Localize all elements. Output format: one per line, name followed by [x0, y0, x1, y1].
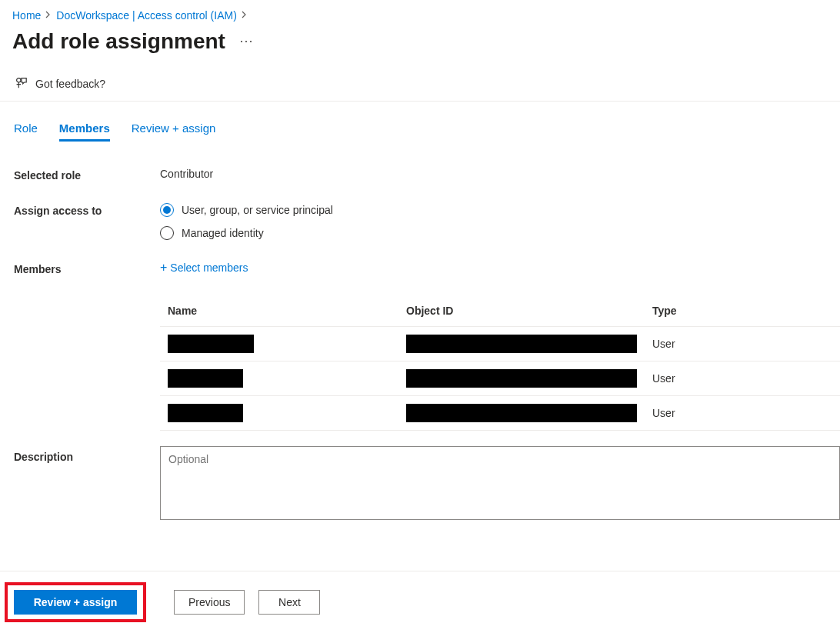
- column-object-id[interactable]: Object ID: [398, 298, 645, 327]
- breadcrumb-workspace[interactable]: DocWorkspace | Access control (IAM): [56, 9, 236, 22]
- members-label: Members: [14, 262, 160, 275]
- plus-icon: +: [160, 262, 167, 274]
- members-table: Name Object ID Type User User User: [160, 298, 840, 431]
- radio-unchecked-icon: [160, 226, 174, 240]
- radio-checked-icon: [160, 203, 174, 217]
- tab-members[interactable]: Members: [59, 122, 110, 142]
- selected-role-label: Selected role: [14, 168, 160, 182]
- radio-label: User, group, or service principal: [182, 204, 333, 216]
- selected-role-value: Contributor: [160, 168, 840, 180]
- more-actions-icon[interactable]: ⋯: [239, 32, 254, 51]
- redacted-name: [168, 335, 254, 353]
- table-row[interactable]: User: [160, 396, 840, 431]
- page-title: Add role assignment: [12, 29, 225, 54]
- column-type[interactable]: Type: [645, 298, 840, 327]
- breadcrumb: Home DocWorkspace | Access control (IAM): [0, 0, 840, 25]
- table-row[interactable]: User: [160, 327, 840, 361]
- description-label: Description: [14, 446, 160, 463]
- tabs: Role Members Review + assign: [0, 102, 840, 148]
- table-row[interactable]: User: [160, 361, 840, 396]
- select-members-label: Select members: [170, 262, 248, 274]
- cell-type: User: [645, 361, 840, 396]
- column-name[interactable]: Name: [160, 298, 398, 327]
- radio-user-group-principal[interactable]: User, group, or service principal: [160, 203, 840, 217]
- redacted-object-id: [406, 335, 637, 353]
- redacted-object-id: [406, 404, 637, 422]
- review-assign-button[interactable]: Review + assign: [14, 590, 137, 615]
- feedback-link[interactable]: Got feedback?: [0, 68, 840, 102]
- footer: Review + assign Previous Next: [0, 571, 840, 633]
- assign-access-label: Assign access to: [14, 203, 160, 217]
- highlight-annotation: Review + assign: [5, 582, 146, 622]
- cell-type: User: [645, 327, 840, 361]
- breadcrumb-home[interactable]: Home: [12, 9, 41, 22]
- svg-point-0: [17, 78, 21, 82]
- chevron-right-icon: [45, 10, 52, 21]
- select-members-link[interactable]: + Select members: [160, 262, 840, 274]
- previous-button[interactable]: Previous: [174, 590, 245, 615]
- feedback-label: Got feedback?: [35, 78, 105, 90]
- next-button[interactable]: Next: [258, 590, 320, 615]
- tab-role[interactable]: Role: [14, 122, 38, 142]
- feedback-icon: [14, 75, 28, 92]
- radio-label: Managed identity: [182, 227, 264, 239]
- redacted-name: [168, 369, 243, 388]
- tab-review-assign[interactable]: Review + assign: [132, 122, 216, 142]
- description-input[interactable]: [160, 446, 840, 520]
- chevron-right-icon: [242, 10, 248, 21]
- redacted-object-id: [406, 369, 637, 388]
- cell-type: User: [645, 396, 840, 431]
- redacted-name: [168, 404, 243, 422]
- radio-managed-identity[interactable]: Managed identity: [160, 226, 840, 240]
